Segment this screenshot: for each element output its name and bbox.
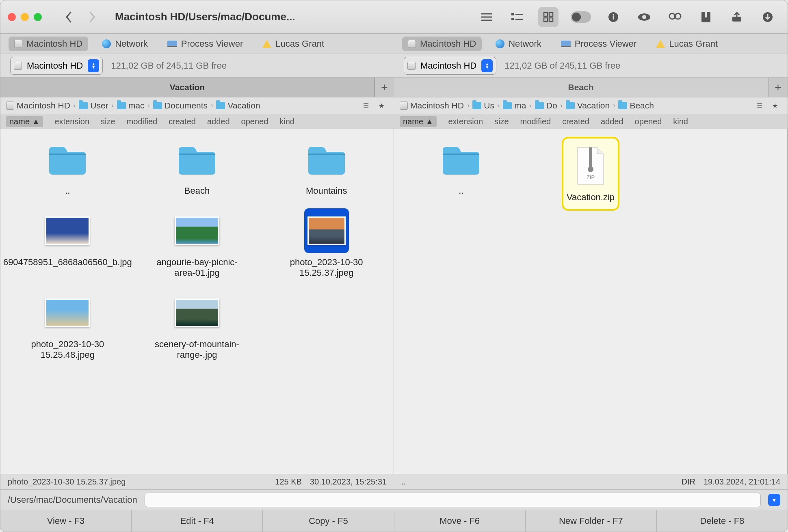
info-icon[interactable]: i [603,7,623,27]
favorite-icon[interactable]: ★ [375,99,388,112]
download-icon[interactable] [758,7,778,27]
file-item[interactable]: .. [412,137,510,211]
file-item[interactable]: Mountains [278,137,375,196]
location-macintosh hd[interactable]: Macintosh HD [9,37,88,51]
column-modified[interactable]: modified [127,117,158,126]
favorite-icon[interactable]: ★ [768,99,782,112]
location-label: Macintosh HD [420,39,476,49]
svg-point-15 [669,13,675,19]
zoom-window-button[interactable] [34,13,42,21]
pane-left[interactable]: ..BeachMountains6904758951_6868a06560_b.… [0,129,394,474]
image-thumbnail [304,208,349,253]
column-opened[interactable]: opened [635,117,662,126]
breadcrumb-segment[interactable]: Vacation [566,101,610,110]
location-network[interactable]: Network [96,37,154,51]
tab-left-active[interactable]: Vacation [0,78,375,97]
column-name[interactable]: name ▲ [6,116,43,127]
file-name: Beach [184,186,210,196]
titlebar: Macintosh HD/Users/mac/Docume... i [0,0,788,34]
back-button[interactable] [60,8,78,26]
command-dropdown-icon[interactable]: ▼ [768,494,780,506]
column-size[interactable]: size [101,117,115,126]
chevron-right-icon: › [561,102,563,109]
location-process viewer[interactable]: Process Viewer [162,37,249,51]
breadcrumb-segment[interactable]: ma [503,101,526,110]
breadcrumb-segment[interactable]: Macintosh HD [400,101,464,110]
column-added[interactable]: added [207,117,230,126]
column-opened[interactable]: opened [241,117,268,126]
location-macintosh hd[interactable]: Macintosh HD [402,37,482,51]
location-process viewer[interactable]: Process Viewer [555,37,642,51]
column-name[interactable]: name ▲ [400,116,437,127]
file-item[interactable]: photo_2023-10-30 15.25.48.jpeg [19,290,116,360]
file-item[interactable]: ZIPVacation.zip [562,137,619,211]
breadcrumb-segment[interactable]: User [79,101,108,110]
fn-button[interactable]: New Folder - F7 [526,510,657,532]
location-network[interactable]: Network [490,37,547,51]
view-columns-icon[interactable] [507,7,528,27]
file-item[interactable]: .. [19,137,116,196]
fn-button[interactable]: View - F3 [0,510,132,532]
file-name: angourie-bay-picnic-area-01.jpg [148,257,246,278]
hd-icon [14,62,22,70]
command-input[interactable] [145,493,761,507]
column-modified[interactable]: modified [520,117,551,126]
forward-button[interactable] [83,8,101,26]
folder-icon [153,102,162,109]
tab-add-left[interactable]: + [375,78,394,97]
volume-selector-left[interactable]: Macintosh HD ▲▼ [10,57,103,75]
view-grid-icon[interactable] [538,7,559,27]
chevron-right-icon: › [148,102,150,109]
folder-icon [216,102,225,109]
tab-add-right[interactable]: + [768,78,788,97]
column-added[interactable]: added [601,117,623,126]
fn-button[interactable]: Move - F6 [394,510,526,532]
file-item[interactable]: scenery-of-mountain-range-.jpg [148,290,246,360]
status-file-right: .. [401,477,406,487]
location-lucas grant[interactable]: Lucas Grant [650,37,723,51]
svg-point-27 [588,167,593,172]
share-icon[interactable] [727,7,747,27]
column-created[interactable]: created [169,117,196,126]
search-icon[interactable] [665,7,685,27]
location-label: Macintosh HD [26,39,82,49]
volume-name: Macintosh HD [420,61,476,71]
quicklook-icon[interactable] [634,7,654,27]
archive-icon[interactable] [696,7,716,27]
column-kind[interactable]: kind [673,117,688,126]
column-extension[interactable]: extension [448,117,483,126]
breadcrumb-segment[interactable]: Beach [618,101,654,110]
fn-button[interactable]: Copy - F5 [263,510,394,532]
file-item[interactable]: 6904758951_6868a06560_b.jpg [19,208,116,278]
tab-right-active[interactable]: Beach [394,78,768,97]
breadcrumb-segment[interactable]: Macintosh HD [6,101,70,110]
column-extension[interactable]: extension [54,117,89,126]
chevron-right-icon: › [467,102,469,109]
window-title: Macintosh HD/Users/mac/Docume... [115,11,295,23]
column-size[interactable]: size [494,117,509,126]
chevron-right-icon: › [74,102,76,109]
breadcrumb-segment[interactable]: Do [535,101,557,110]
list-toggle-icon[interactable]: ☰ [359,99,373,112]
close-window-button[interactable] [8,13,16,21]
volume-selector-right[interactable]: Macintosh HD ▲▼ [404,57,496,75]
breadcrumb-segment[interactable]: Us [472,101,494,110]
pane-right[interactable]: ..ZIPVacation.zip [394,129,788,474]
hidden-files-toggle[interactable] [571,11,591,23]
volume-name: Macintosh HD [27,61,83,71]
column-created[interactable]: created [562,117,589,126]
breadcrumb-segment[interactable]: Vacation [216,101,260,110]
fn-button[interactable]: Delete - F8 [657,510,788,532]
list-toggle-icon[interactable]: ☰ [753,99,766,112]
location-lucas grant[interactable]: Lucas Grant [257,37,330,51]
fn-button[interactable]: Edit - F4 [132,510,263,532]
breadcrumb-segment[interactable]: mac [117,101,145,110]
file-item[interactable]: Beach [148,137,246,196]
image-thumbnail [175,290,219,335]
file-item[interactable]: photo_2023-10-30 15.25.37.jpeg [278,208,375,278]
column-kind[interactable]: kind [279,117,294,126]
view-list-icon[interactable] [476,7,497,27]
minimize-window-button[interactable] [21,13,29,21]
file-item[interactable]: angourie-bay-picnic-area-01.jpg [148,208,246,278]
breadcrumb-segment[interactable]: Documents [153,101,208,110]
